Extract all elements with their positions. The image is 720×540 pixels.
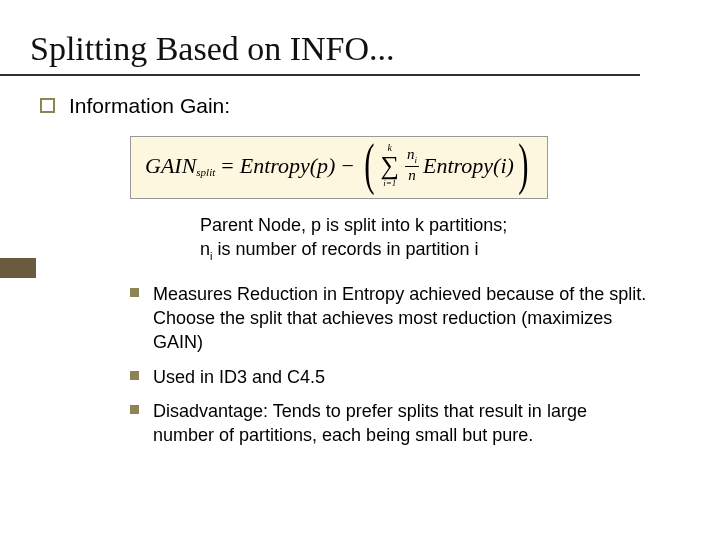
summation: k ∑ i=1: [381, 143, 400, 188]
hollow-square-icon: [40, 98, 55, 113]
filled-square-icon: [130, 405, 139, 414]
equals-sign: =: [221, 153, 233, 179]
accent-bar: [0, 258, 36, 278]
frac-den: n: [408, 167, 416, 183]
fraction: ni n: [405, 147, 419, 183]
point-1: Measures Reduction in Entropy achieved b…: [153, 282, 650, 355]
list-item: Measures Reduction in Entropy achieved b…: [130, 282, 650, 355]
minus-sign: −: [341, 153, 353, 179]
sigma-icon: ∑: [381, 153, 400, 179]
bullet-level1: Information Gain:: [40, 94, 680, 118]
formula-caption: Parent Node, p is split into k partition…: [200, 213, 680, 264]
formula: GAINsplit = Entropy(p) − ( k ∑ i=1 ni n …: [145, 143, 533, 188]
slide-title: Splitting Based on INFO...: [0, 0, 720, 74]
sum-lower: i=1: [383, 179, 396, 188]
heading-text: Information Gain:: [69, 94, 230, 118]
list-item: Disadvantage: Tends to prefer splits tha…: [130, 399, 650, 448]
caption-rest: is number of records in partition i: [212, 239, 478, 259]
formula-lhs-sub: split: [196, 166, 215, 178]
caption-line2: ni is number of records in partition i: [200, 237, 680, 263]
frac-num-sub: i: [415, 155, 418, 165]
formula-box: GAINsplit = Entropy(p) − ( k ∑ i=1 ni n …: [130, 136, 548, 199]
filled-square-icon: [130, 371, 139, 380]
point-2: Used in ID3 and C4.5: [153, 365, 325, 389]
slide-body: Information Gain: GAINsplit = Entropy(p)…: [0, 94, 720, 448]
filled-square-icon: [130, 288, 139, 297]
entropy-p: Entropy(p): [240, 153, 336, 179]
list-item: Used in ID3 and C4.5: [130, 365, 650, 389]
caption-line1: Parent Node, p is split into k partition…: [200, 213, 680, 237]
entropy-i: Entropy(i): [423, 153, 514, 179]
sub-bullet-list: Measures Reduction in Entropy achieved b…: [40, 282, 680, 448]
formula-lhs: GAIN: [145, 153, 196, 179]
frac-num-sym: n: [407, 146, 415, 162]
point-3: Disadvantage: Tends to prefer splits tha…: [153, 399, 650, 448]
title-underline: [0, 74, 640, 76]
caption-n: n: [200, 239, 210, 259]
slide: Splitting Based on INFO... Information G…: [0, 0, 720, 540]
